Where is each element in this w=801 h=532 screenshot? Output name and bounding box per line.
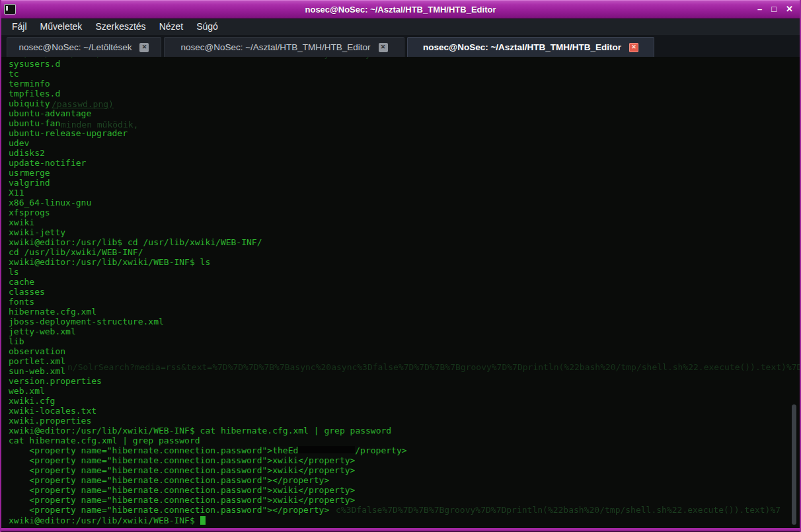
maximize-icon[interactable]: □ [771,0,777,19]
terminal-line: xwiki-locales.txt [9,406,800,416]
menu-item[interactable]: Fájl [5,19,34,35]
terminal-line: <property name="hibernate.connection.pas… [9,455,800,465]
terminal-line: x86_64-linux-gnu [9,198,800,208]
terminal-line: valgrind [9,178,800,188]
terminal-line: ubuntu-advantage [9,108,800,118]
terminal-line: observation [9,346,800,356]
terminal-line: version.properties [9,376,800,386]
terminal-line: ls [9,267,800,277]
terminal-prompt-line: xwiki@editor:/usr/lib/xwiki/WEB-INF$ [9,515,800,525]
tab-close-icon[interactable]: ✕ [139,43,149,52]
terminal-line: cache [9,277,800,287]
scrollbar-thumb[interactable] [792,404,796,525]
terminal-line: sysusers.d [9,59,800,69]
window-title: nosec@NoSec: ~/Asztal/HTB_TMH/HTB_Editor [0,5,801,15]
terminal-window: nosec@NoSec: ~/Asztal/HTB_TMH/HTB_Editor… [0,0,801,532]
terminal-line: <property name="hibernate.connection.pas… [9,485,800,495]
terminal-output-block: sysusers.d tc terminfo tmpfiles.d ubiqui… [9,59,800,445]
terminal-line: xfsprogs [9,208,800,217]
terminal-line: xwiki@editor:/usr/lib/xwiki/WEB-INF$ ls [9,257,800,267]
tab-label: nosec@NoSec: ~/Letöltések [19,42,132,52]
shell-prompt: xwiki@editor:/usr/lib/xwiki/WEB-INF$ [9,515,200,525]
menu-item[interactable]: Súgó [190,19,225,35]
terminal-line: xwiki.properties [9,416,800,426]
redacted-line-pre: <property name="hibernate.connection.pas… [9,445,298,455]
title-bar[interactable]: nosec@NoSec: ~/Asztal/HTB_TMH/HTB_Editor… [0,0,801,19]
window-bottom-border [0,526,801,532]
terminal-line-password-redacted: <property name="hibernate.connection.pas… [9,445,800,455]
tab-close-icon[interactable]: ✕ [629,43,638,52]
terminal-line: tc [9,69,800,79]
terminal-line: ubiquity [9,98,800,108]
terminal-line: tmpfiles.d [9,89,800,98]
close-icon[interactable]: ✕ [786,0,793,19]
terminal-line: fonts [9,297,800,307]
terminal-line: jetty-web.xml [9,326,800,336]
terminal-cursor [200,516,206,525]
tab-label: nosec@NoSec: ~/Asztal/HTB_TMH/HTB_Editor [423,42,621,52]
terminal-line: cd /usr/lib/xwiki/WEB-INF/ [9,247,800,257]
terminal-line: ubuntu-release-upgrader [9,128,800,138]
tab-close-icon[interactable]: ✕ [379,43,388,52]
minimize-icon[interactable]: – [757,0,762,19]
terminal-line: update-notifier [9,158,800,168]
window-controls: – □ ✕ [757,0,801,19]
terminal-line: web.xml [9,386,800,396]
terminal-line: ubuntu-fan [9,118,800,128]
tab-downloads[interactable]: nosec@NoSec: ~/Letöltések ✕ [7,37,161,57]
terminal-line: cat hibernate.cfg.xml | grep password [9,436,800,445]
terminal-line: portlet.xml [9,356,800,366]
redacted-line-post: /property> [355,445,406,455]
terminal-screen[interactable]: iki/bin/view/Main/SolrSearch?media=rss&t… [1,57,800,526]
menu-item[interactable]: Szerkesztés [89,19,152,35]
terminal-line: X11 [9,188,800,198]
tab-htb-editor-2-active[interactable]: nosec@NoSec: ~/Asztal/HTB_TMH/HTB_Editor… [407,37,654,57]
terminal-line: terminfo [9,79,800,89]
terminal-line: xwiki-jetty [9,227,800,237]
terminal-output-block: <property name="hibernate.connection.pas… [9,455,800,515]
redaction-box [298,446,355,453]
terminal-line: <property name="hibernate.connection.pas… [9,475,800,485]
menu-item[interactable]: Nézet [153,19,190,35]
terminal-app-icon [4,4,16,15]
tab-htb-editor-1[interactable]: nosec@NoSec: ~/Asztal/HTB_TMH/HTB_Editor… [164,37,404,57]
terminal-line: xwiki [9,217,800,227]
menu-item[interactable]: Műveletek [34,19,89,35]
terminal-line: udisks2 [9,148,800,158]
terminal-line: <property name="hibernate.connection.pas… [9,505,800,515]
tab-bar: nosec@NoSec: ~/Letöltések ✕ nosec@NoSec:… [1,36,800,57]
terminal-line: xwiki.cfg [9,396,800,406]
terminal-line: jboss-deployment-structure.xml [9,317,800,326]
terminal-line: sun-web.xml [9,366,800,376]
terminal-line: xwiki@editor:/usr/lib$ cd /usr/lib/xwiki… [9,237,800,247]
terminal-line: udev [9,138,800,148]
terminal-line: <property name="hibernate.connection.pas… [9,465,800,475]
terminal-line: lib [9,336,800,346]
terminal-line: usrmerge [9,168,800,178]
terminal-line: classes [9,287,800,297]
terminal-line: xwiki@editor:/usr/lib/xwiki/WEB-INF$ cat… [9,426,800,436]
menu-bar: Fájl Műveletek Szerkesztés Nézet Súgó [1,19,800,36]
terminal-line: <property name="hibernate.connection.pas… [9,495,800,505]
terminal-line: hibernate.cfg.xml [9,307,800,317]
tab-label: nosec@NoSec: ~/Asztal/HTB_TMH/HTB_Editor [180,42,370,52]
